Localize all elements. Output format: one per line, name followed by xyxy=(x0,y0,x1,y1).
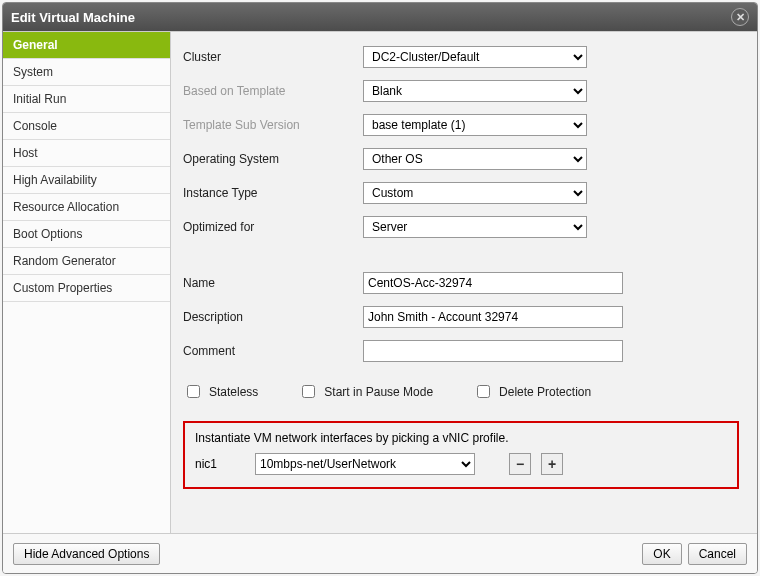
sidebar-item-label: Resource Allocation xyxy=(13,200,119,214)
row-template: Based on Template Blank xyxy=(183,76,739,106)
sidebar-item-label: General xyxy=(13,38,58,52)
stateless-checkbox-label[interactable]: Stateless xyxy=(183,382,258,401)
label-cluster: Cluster xyxy=(183,50,363,64)
nic-hint: Instantiate VM network interfaces by pic… xyxy=(195,431,727,445)
nic-profile-select[interactable]: 10mbps-net/UserNetwork xyxy=(255,453,475,475)
main-panel: Cluster DC2-Cluster/Default Based on Tem… xyxy=(171,32,757,533)
template-select[interactable]: Blank xyxy=(363,80,587,102)
label-template: Based on Template xyxy=(183,84,363,98)
sidebar-item-label: Boot Options xyxy=(13,227,82,241)
label-os: Operating System xyxy=(183,152,363,166)
row-instance-type: Instance Type Custom xyxy=(183,178,739,208)
sidebar-item-high-availability[interactable]: High Availability xyxy=(3,167,170,194)
sidebar-item-label: Custom Properties xyxy=(13,281,112,295)
delete-protection-text: Delete Protection xyxy=(499,385,591,399)
optimized-select[interactable]: Server xyxy=(363,216,587,238)
nic-highlight-box: Instantiate VM network interfaces by pic… xyxy=(183,421,739,489)
nic-row: nic1 10mbps-net/UserNetwork − + xyxy=(195,453,727,475)
sidebar-item-label: High Availability xyxy=(13,173,97,187)
description-input[interactable] xyxy=(363,306,623,328)
row-os: Operating System Other OS xyxy=(183,144,739,174)
pause-checkbox-label[interactable]: Start in Pause Mode xyxy=(298,382,433,401)
ok-button[interactable]: OK xyxy=(642,543,681,565)
delete-protection-checkbox[interactable] xyxy=(477,385,490,398)
hide-advanced-button[interactable]: Hide Advanced Options xyxy=(13,543,160,565)
sidebar-item-custom-properties[interactable]: Custom Properties xyxy=(3,275,170,302)
sidebar: General System Initial Run Console Host … xyxy=(3,32,171,533)
nic-label: nic1 xyxy=(195,457,245,471)
sidebar-item-resource-allocation[interactable]: Resource Allocation xyxy=(3,194,170,221)
close-icon[interactable]: ✕ xyxy=(731,8,749,26)
sidebar-item-boot-options[interactable]: Boot Options xyxy=(3,221,170,248)
sidebar-item-label: Random Generator xyxy=(13,254,116,268)
sidebar-item-random-generator[interactable]: Random Generator xyxy=(3,248,170,275)
row-description: Description xyxy=(183,302,739,332)
row-template-sub: Template Sub Version base template (1) xyxy=(183,110,739,140)
sidebar-item-label: System xyxy=(13,65,53,79)
comment-input[interactable] xyxy=(363,340,623,362)
label-instance-type: Instance Type xyxy=(183,186,363,200)
sidebar-item-host[interactable]: Host xyxy=(3,140,170,167)
row-comment: Comment xyxy=(183,336,739,366)
os-select[interactable]: Other OS xyxy=(363,148,587,170)
sidebar-item-label: Initial Run xyxy=(13,92,66,106)
label-optimized: Optimized for xyxy=(183,220,363,234)
cancel-button[interactable]: Cancel xyxy=(688,543,747,565)
stateless-text: Stateless xyxy=(209,385,258,399)
dialog-titlebar: Edit Virtual Machine ✕ xyxy=(3,3,757,31)
pause-checkbox[interactable] xyxy=(302,385,315,398)
sidebar-item-initial-run[interactable]: Initial Run xyxy=(3,86,170,113)
sidebar-item-general[interactable]: General xyxy=(3,32,170,59)
label-name: Name xyxy=(183,276,363,290)
label-template-sub: Template Sub Version xyxy=(183,118,363,132)
nic-add-button[interactable]: + xyxy=(541,453,563,475)
stateless-checkbox[interactable] xyxy=(187,385,200,398)
name-input[interactable] xyxy=(363,272,623,294)
delete-protection-checkbox-label[interactable]: Delete Protection xyxy=(473,382,591,401)
row-name: Name xyxy=(183,268,739,298)
sidebar-item-system[interactable]: System xyxy=(3,59,170,86)
dialog-title: Edit Virtual Machine xyxy=(11,10,135,25)
dialog-footer: Hide Advanced Options OK Cancel xyxy=(3,533,757,573)
sidebar-item-label: Host xyxy=(13,146,38,160)
checkbox-row: Stateless Start in Pause Mode Delete Pro… xyxy=(183,370,739,413)
sidebar-item-console[interactable]: Console xyxy=(3,113,170,140)
cluster-select[interactable]: DC2-Cluster/Default xyxy=(363,46,587,68)
label-comment: Comment xyxy=(183,344,363,358)
edit-vm-dialog: Edit Virtual Machine ✕ General System In… xyxy=(2,2,758,574)
pause-text: Start in Pause Mode xyxy=(324,385,433,399)
nic-remove-button[interactable]: − xyxy=(509,453,531,475)
sidebar-item-label: Console xyxy=(13,119,57,133)
row-cluster: Cluster DC2-Cluster/Default xyxy=(183,42,739,72)
row-optimized: Optimized for Server xyxy=(183,212,739,242)
dialog-body: General System Initial Run Console Host … xyxy=(3,31,757,533)
instance-type-select[interactable]: Custom xyxy=(363,182,587,204)
label-description: Description xyxy=(183,310,363,324)
template-sub-select[interactable]: base template (1) xyxy=(363,114,587,136)
